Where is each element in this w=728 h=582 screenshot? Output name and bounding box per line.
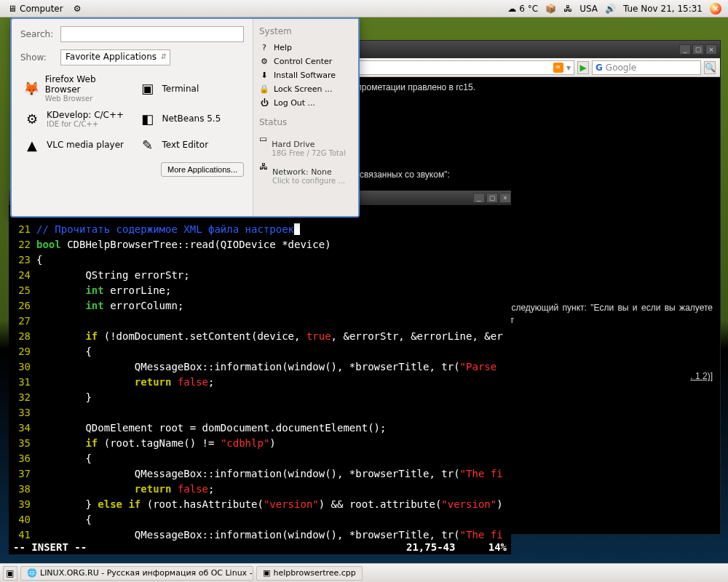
app-launcher-item[interactable]: ◧NetBeans 5.5 bbox=[136, 107, 245, 130]
app-launcher-item[interactable]: ▣Terminal bbox=[136, 73, 245, 104]
minimize-button[interactable]: _ bbox=[679, 44, 691, 55]
app-launcher-item[interactable]: ⚙KDevelop: C/C++IDE for C/C++ bbox=[20, 107, 129, 130]
search-label: Search: bbox=[20, 29, 60, 39]
dropdown-icon[interactable]: ▾ bbox=[566, 63, 571, 73]
taskbar-item-firefox[interactable]: 🌐 LINUX.ORG.RU - Русская информация об О… bbox=[20, 566, 253, 581]
app-title: Firefox Web Browser bbox=[45, 74, 127, 95]
app-launcher-item[interactable]: ✎Text Editor bbox=[136, 133, 245, 156]
weather-text: 6 °C bbox=[519, 4, 538, 14]
pager-link[interactable]: . 1 2)] bbox=[690, 371, 713, 381]
app-title: Terminal bbox=[162, 84, 199, 94]
system-item-label: Install Software bbox=[274, 71, 336, 80]
volume-icon[interactable]: 🔊 bbox=[601, 4, 620, 14]
system-menu-item[interactable]: ?Help bbox=[259, 41, 352, 55]
code-line: 28 if (!domDocument.setContent(device, t… bbox=[12, 329, 508, 344]
status-title: Hard Drive bbox=[272, 140, 346, 149]
show-combo[interactable]: Favorite Applications bbox=[60, 49, 170, 65]
gear-icon: ⚙ bbox=[74, 4, 82, 14]
app-icon: ▲ bbox=[22, 135, 42, 155]
search-placeholder: Google bbox=[606, 63, 636, 73]
more-applications-button[interactable]: More Applications... bbox=[161, 162, 244, 177]
code-line: 27 bbox=[12, 314, 508, 329]
status-header: Status bbox=[259, 117, 352, 127]
code-line: 31 return false; bbox=[12, 375, 508, 390]
system-item-label: Help bbox=[274, 43, 292, 52]
search-box[interactable]: G Google bbox=[592, 60, 701, 75]
code-line: 32 } bbox=[12, 390, 508, 405]
code-line: 34 QDomElement root = domDocument.docume… bbox=[12, 420, 508, 436]
system-header: System bbox=[259, 26, 352, 36]
maximize-button[interactable]: ▢ bbox=[486, 193, 498, 203]
system-menu-item[interactable]: ⏻Log Out ... bbox=[259, 96, 352, 110]
weather-applet[interactable]: ☁ 6 °C bbox=[504, 4, 542, 14]
minimize-button[interactable]: _ bbox=[473, 193, 485, 203]
show-desktop-button[interactable]: ▣ bbox=[3, 566, 17, 581]
top-panel: 🖥 Computer ⚙ ☁ 6 °C 📦 🖧 USA 🔊 Tue Nov 21… bbox=[0, 0, 728, 17]
status-title: Network: None bbox=[272, 167, 345, 177]
keyboard-layout[interactable]: USA bbox=[576, 4, 601, 14]
computer-label: Computer bbox=[20, 4, 63, 14]
system-menu-item[interactable]: ⬇Install Software bbox=[259, 68, 352, 82]
code-line: 35 if (root.tagName() != "cdbhlp") bbox=[12, 436, 508, 451]
app-icon: ⚙ bbox=[22, 108, 42, 129]
update-icon[interactable]: 📦 bbox=[542, 4, 560, 14]
rss-icon[interactable]: ෧ bbox=[553, 63, 563, 73]
status-sub: Click to configure ... bbox=[272, 177, 345, 185]
code-line: 41 QMessageBox::information(window(), *b… bbox=[12, 527, 508, 543]
network-icon[interactable]: 🖧 bbox=[560, 4, 576, 14]
search-input[interactable] bbox=[60, 26, 244, 42]
maximize-button[interactable]: ▢ bbox=[692, 44, 704, 55]
code-line: 37 QMessageBox::information(window(), *b… bbox=[12, 466, 508, 482]
code-line: 22bool CDBHelpBrowserTree::read(QIODevic… bbox=[12, 237, 508, 252]
app-icon: ▣ bbox=[138, 79, 158, 99]
bottom-taskbar: ▣ 🌐 LINUX.ORG.RU - Русская информация об… bbox=[0, 563, 728, 582]
code-line: 29 { bbox=[12, 344, 508, 359]
status-item[interactable]: 🖧Network: NoneClick to configure ... bbox=[259, 159, 352, 187]
system-menu-item[interactable]: 🔒Lock Screen ... bbox=[259, 82, 352, 96]
editor-status-bar: -- INSERT -- 21,75-43 14% bbox=[13, 541, 507, 553]
app-subtitle: IDE for C/C++ bbox=[47, 120, 124, 128]
system-item-icon: 🔒 bbox=[259, 84, 269, 94]
task-label: helpbrowsertree.cpp bbox=[273, 568, 355, 578]
app-title: NetBeans 5.5 bbox=[162, 113, 221, 124]
computer-icon: 🖥 bbox=[8, 4, 17, 14]
status-item[interactable]: ▭Hard Drive18G Free / 72G Total bbox=[259, 132, 352, 159]
system-item-label: Control Center bbox=[274, 57, 332, 66]
main-menu: Search: Show: Favorite Applications 🦊Fir… bbox=[10, 17, 360, 218]
search-go-button[interactable]: 🔍 bbox=[704, 61, 716, 74]
app-launcher-item[interactable]: ▲VLC media player bbox=[20, 133, 129, 156]
app-subtitle: Web Browser bbox=[45, 95, 127, 103]
system-item-icon: ⚙ bbox=[259, 57, 269, 66]
system-item-icon: ⬇ bbox=[259, 71, 269, 80]
system-item-icon: ? bbox=[259, 43, 269, 52]
show-label: Show: bbox=[20, 52, 60, 63]
app-icon: ◧ bbox=[138, 108, 158, 129]
code-line: 26 int errorColumn; bbox=[12, 298, 508, 314]
code-line: 25 int errorLine; bbox=[12, 283, 508, 298]
google-icon: G bbox=[596, 63, 603, 73]
code-line: 38 return false; bbox=[12, 482, 508, 497]
computer-menu-button[interactable]: 🖥 Computer bbox=[3, 1, 68, 16]
close-button[interactable]: × bbox=[499, 193, 511, 203]
code-line: 39 } else if (root.hasAttribute("version… bbox=[12, 497, 508, 512]
clock[interactable]: Tue Nov 21, 15:31 bbox=[620, 4, 706, 14]
app-icon: 🦊 bbox=[22, 79, 41, 99]
app-launcher-item[interactable]: 🦊Firefox Web BrowserWeb Browser bbox=[20, 73, 129, 104]
system-menu-item[interactable]: ⚙Control Center bbox=[259, 55, 352, 68]
taskbar-item-editor[interactable]: ▣ helpbrowsertree.cpp bbox=[256, 566, 363, 581]
close-icon: × bbox=[710, 3, 721, 15]
panel-app-launcher[interactable]: ⚙ bbox=[68, 1, 87, 16]
task-label: LINUX.ORG.RU - Русская информация об ОС … bbox=[40, 568, 253, 578]
editor-body[interactable]: 2021// Прочитать содержимое XML файла на… bbox=[9, 205, 511, 544]
logout-button[interactable]: × bbox=[706, 3, 725, 15]
code-line: 24 QString errorStr; bbox=[12, 268, 508, 283]
code-line: 36 { bbox=[12, 451, 508, 466]
app-icon: ✎ bbox=[138, 135, 158, 155]
go-button[interactable]: ▶ bbox=[577, 61, 589, 74]
system-item-label: Log Out ... bbox=[274, 98, 315, 108]
system-item-label: Lock Screen ... bbox=[274, 84, 332, 94]
close-button[interactable]: × bbox=[705, 44, 717, 55]
app-title: VLC media player bbox=[47, 140, 124, 150]
editor-window: _ ▢ × 2021// Прочитать содержимое XML фа… bbox=[9, 191, 511, 554]
code-line: 23{ bbox=[12, 252, 508, 268]
